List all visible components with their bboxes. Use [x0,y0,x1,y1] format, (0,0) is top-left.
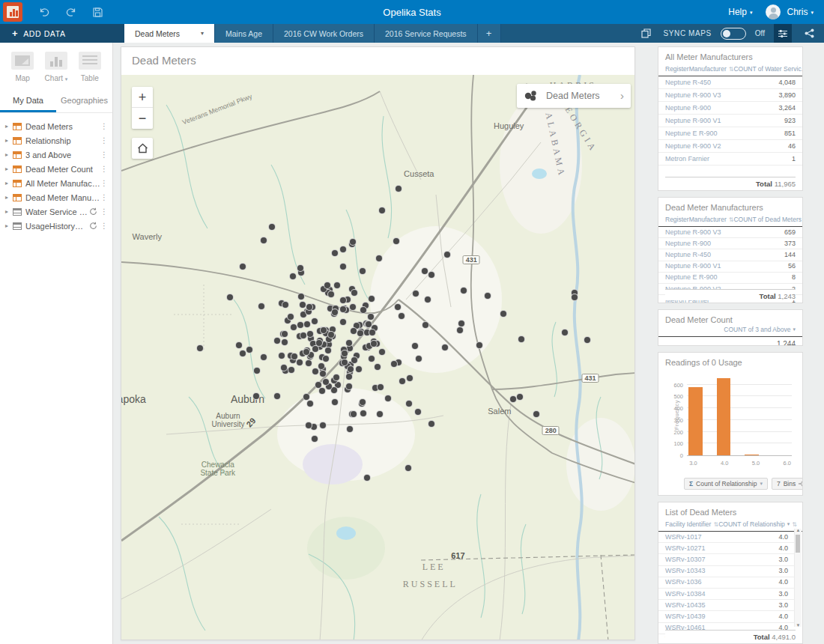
map-point[interactable] [297,264,304,272]
map-point[interactable] [331,309,339,316]
map-point[interactable] [377,383,384,391]
home-button[interactable] [132,138,153,159]
histogram-bar[interactable] [745,455,759,455]
map-point[interactable] [331,398,339,406]
table-row[interactable]: Neptune R-900 V156 [658,261,802,273]
map-point[interactable] [327,291,335,298]
map-point[interactable] [509,395,517,403]
expand-caret-icon[interactable]: ▸ [5,137,13,144]
map-point[interactable] [288,366,295,374]
map-point[interactable] [347,365,354,373]
table-row[interactable]: Neptune R-900 V246 [658,140,802,153]
map-point[interactable] [441,344,449,351]
user-menu[interactable]: Chris▾ [787,7,814,17]
map-point[interactable] [424,296,431,303]
kebab-menu-icon[interactable]: ⋮ [100,151,108,159]
map-point[interactable] [260,237,267,244]
table-row[interactable]: Neptune R-900 V3659 [658,227,802,238]
map-point[interactable] [306,303,313,311]
tab-geographies[interactable]: Geographies [56,90,112,112]
map-point[interactable] [300,332,307,339]
map-point[interactable] [333,282,341,289]
expand-caret-icon[interactable]: ▸ [5,194,13,201]
expand-caret-icon[interactable]: ▸ [5,180,13,186]
kebab-menu-icon[interactable]: ⋮ [100,180,108,187]
kebab-menu-icon[interactable]: ⋮ [100,165,108,173]
bins-control[interactable]: 7 Bins [772,478,803,490]
add-data-button[interactable]: + ADD DATA [0,24,124,43]
map-point[interactable] [443,251,451,258]
scrollbar-thumb[interactable] [796,535,800,553]
map-point[interactable] [311,318,318,325]
workbook-tab[interactable]: Mains Age [215,24,273,43]
expand-caret-icon[interactable]: ▸ [5,165,13,172]
map-point[interactable] [315,339,323,347]
map-point[interactable] [370,340,378,347]
column-header-count[interactable]: COUNT of Water Servic...▾⇅ [733,65,803,73]
dataset-item[interactable]: ▸All Meter Manufacturers⋮ [0,176,112,190]
card-settings-icon[interactable] [774,24,792,43]
save-icon[interactable] [93,7,103,17]
table-row[interactable]: Neptune R-900 V33,890 [658,89,802,102]
help-menu[interactable]: Help▾ [728,7,752,17]
kebab-menu-icon[interactable]: ⋮ [100,222,108,230]
workbook-tab[interactable]: 2016 Service Requests [375,24,478,43]
redo-icon[interactable] [66,7,76,17]
column-header-count[interactable]: COUNT of 3 and Above▾ [724,326,796,333]
map-point[interactable] [378,348,386,356]
table-row[interactable]: WSRv-104353.0 [658,600,795,611]
map-point[interactable] [339,297,347,304]
statistic-field-selector[interactable]: Σ Count of Relationship ▾ [684,478,768,490]
map-point[interactable] [369,329,376,336]
scroll-down-icon[interactable]: ▼ [795,623,802,628]
column-header-register-manufacturer[interactable]: RegisterManufacturer⇅ [665,65,733,73]
table-tool-button[interactable]: Table [79,52,101,82]
map-point[interactable] [415,355,422,362]
table-row[interactable]: WSRv-103433.0 [658,566,795,577]
map-point[interactable] [252,392,260,400]
map-point[interactable] [349,238,357,246]
map-point[interactable] [318,362,325,370]
kebab-menu-icon[interactable]: ⋮ [100,123,108,130]
map-point[interactable] [341,359,348,366]
map-point[interactable] [571,294,578,301]
table-row[interactable]: WSRv-10364.0 [658,577,795,589]
zoom-in-button[interactable]: + [132,87,153,108]
undo-icon[interactable] [39,7,49,17]
table-row[interactable]: Neptune E R-9008 [658,273,802,284]
workbook-tab[interactable]: 2016 CW Work Orders [273,24,375,43]
map-point[interactable] [289,273,297,280]
insights-logo-icon[interactable] [3,2,22,22]
map-point[interactable] [303,348,310,356]
map-point[interactable] [273,392,281,400]
map-tool-button[interactable]: Map [11,52,34,82]
map-point[interactable] [350,410,357,418]
dataset-item[interactable]: ▸Dead Meter Count⋮ [0,162,112,176]
map-point[interactable] [405,400,413,407]
sort-icon[interactable]: ⇅ [792,521,797,528]
column-header-count[interactable]: COUNT of Dead Meters▾⇅ [733,216,803,223]
table-row[interactable]: WSRv-103073.0 [658,554,795,565]
map-point[interactable] [306,330,314,338]
dataset-item[interactable]: ▸Relationship⋮ [0,133,112,148]
map-point[interactable] [378,207,386,214]
map-point[interactable] [296,359,303,366]
kebab-menu-icon[interactable]: ⋮ [100,194,108,201]
table-row[interactable]: Metron Farnier1 [658,153,802,165]
map-point[interactable] [460,287,467,294]
table-row[interactable]: Neptune R-4504,048 [658,76,802,89]
column-header-count[interactable]: COUNT of Relationship▾⇅ [718,520,797,528]
zoom-out-button[interactable]: − [132,108,153,129]
kebab-menu-icon[interactable]: ⋮ [100,137,108,145]
map-point[interactable] [246,346,253,353]
dataset-item[interactable]: ▸UsageHistoryMeterDe...⋮ [0,219,112,233]
table-row[interactable]: Neptune R-9003,264 [658,102,802,115]
sort-icon[interactable]: ⇅ [729,216,734,223]
expand-caret-icon[interactable]: ▸ [5,123,13,130]
map-point[interactable] [339,306,347,313]
map-point[interactable] [428,271,435,279]
table-row[interactable]: Neptune R-900 V1923 [658,115,802,127]
map-point[interactable] [320,326,327,334]
map-point[interactable] [281,330,288,338]
map-point[interactable] [339,246,347,253]
